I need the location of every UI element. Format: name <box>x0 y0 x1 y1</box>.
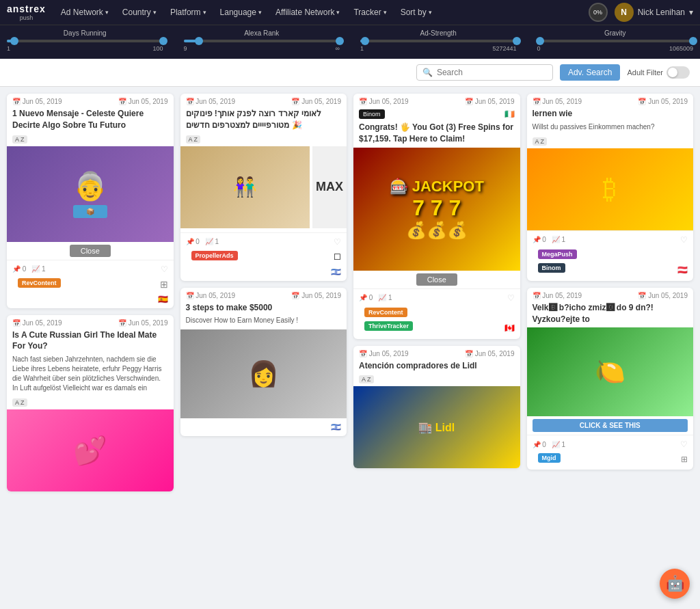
card-title: לאומי קארד רוצה לפנק אותך! פינוקים מטורפ… <box>180 108 347 134</box>
nav-item-sort-by[interactable]: Sort by ▾ <box>395 0 438 25</box>
date-start: 📅 Jun 05, 2019 <box>359 98 409 105</box>
card-title: Is A Cute Russian Girl The Ideal Mate Fo… <box>7 329 174 355</box>
heart-icon[interactable]: ♡ <box>680 439 688 449</box>
ad-card: 📅 Jun 05, 2019 📅 Jun 05, 2019 1 Nuevo Me… <box>7 94 174 308</box>
search-input[interactable] <box>437 68 547 77</box>
trend-stat: 📈 1 <box>552 236 565 243</box>
card-footer: 📌 0 📈 1 ♡ <box>527 435 694 453</box>
card-image: 🎰 JACKPOT 7 7 7 💰💰💰 <box>353 148 520 271</box>
date-end: 📅 Jun 05, 2019 <box>465 350 515 357</box>
card-header: 📅 Jun 05, 2019 📅 Jun 05, 2019 <box>7 315 174 329</box>
date-end: 📅 Jun 05, 2019 <box>118 98 168 105</box>
progress-ring: 0% <box>589 3 608 22</box>
card-image-right: MAX <box>312 146 347 228</box>
network-badge: MegaPush <box>538 249 577 259</box>
network-badge: PropellerAds <box>191 251 238 260</box>
nav-item-affiliate-network[interactable]: Affiliate Network ▾ <box>270 0 345 25</box>
az-tag: AZ <box>359 375 374 383</box>
card-body: Nach fast sieben Jahrzehnten, nachdem si… <box>7 355 174 397</box>
ad-card: 📅 Jun 05, 2019 📅 Jun 05, 2019 Atención c… <box>353 346 520 469</box>
nav-item-country[interactable]: Country ▾ <box>117 0 162 25</box>
date-end: 📅 Jun 05, 2019 <box>638 98 688 105</box>
platform-icon: ☐ <box>334 252 341 262</box>
card-image: 👵 📦 <box>7 146 174 242</box>
date-end: 📅 Jun 05, 2019 <box>291 98 341 105</box>
ad-card: 📅 Jun 05, 2019 📅 Jun 05, 2019 לאומי קארד… <box>180 94 347 281</box>
date-start: 📅 Jun 05, 2019 <box>186 98 236 105</box>
network-badge: Mgid <box>538 453 561 463</box>
heart-icon[interactable]: ♡ <box>161 265 168 274</box>
chevron-down-icon: ▾ <box>105 9 109 16</box>
date-end: 📅 Jun 05, 2019 <box>465 98 515 105</box>
card-body: Willst du passives Einkommen machen? <box>527 122 694 136</box>
card-header: 📅 Jun 05, 2019 📅 Jun 05, 2019 <box>7 94 174 108</box>
chevron-down-icon: ▾ <box>203 9 206 16</box>
user-menu[interactable]: N Nick Lenihan ▾ <box>615 3 693 22</box>
adv-search-button[interactable]: Adv. Search <box>560 64 620 81</box>
card-footer: 📌 0 📈 1 ♡ <box>527 230 694 249</box>
card-header: 📅 Jun 05, 2019 📅 Jun 05, 2019 <box>180 94 347 108</box>
card-header: 📅 Jun 05, 2019 📅 Jun 05, 2019 <box>527 94 694 108</box>
date-start: 📅 Jun 05, 2019 <box>533 98 582 105</box>
search-box[interactable]: 🔍 <box>416 64 553 81</box>
trend-stat: 📈 1 <box>378 294 392 301</box>
gravity-slider[interactable] <box>537 40 694 42</box>
card-header: 📅 Jun 05, 2019 📅 Jun 05, 2019 <box>527 288 694 302</box>
az-tag: AZ <box>12 135 27 144</box>
days-running-slider[interactable] <box>7 40 163 42</box>
date-start: 📅 Jun 05, 2019 <box>533 292 582 299</box>
card-body: Discover How to Earn Money Easily ! <box>180 316 347 329</box>
heart-icon[interactable]: ♡ <box>680 235 688 245</box>
close-button[interactable]: Close <box>70 245 111 257</box>
nav-item-ad-network[interactable]: Ad Network ▾ <box>55 0 114 25</box>
main-content: 📅 Jun 05, 2019 📅 Jun 05, 2019 1 Nuevo Me… <box>0 87 700 498</box>
nav-item-language[interactable]: Language ▾ <box>215 0 267 25</box>
adult-filter: Adult Filter <box>627 66 690 79</box>
country-flag: 🇮🇱 <box>331 267 341 277</box>
card-footer: 📌 0 📈 1 ♡ <box>180 232 347 251</box>
chevron-down-icon: ▾ <box>383 9 387 16</box>
card-title: 3 steps to make $5000 <box>180 302 347 316</box>
trend-stat: 📈 1 <box>205 238 219 245</box>
trend-stat: 📈 1 <box>31 265 45 273</box>
filter-ad-strength: Ad-Strength 1 5272441 <box>360 29 517 52</box>
alexa-rank-slider[interactable] <box>184 40 340 42</box>
heart-icon[interactable]: ♡ <box>507 293 515 303</box>
binom-badge: Binom <box>359 109 385 119</box>
ad-card: 📅 Jun 05, 2019 📅 Jun 05, 2019 Binom 🇮🇪 C… <box>353 94 520 339</box>
network-badge: RevContent <box>364 308 407 317</box>
card-image: 🍋 <box>527 327 694 416</box>
close-button[interactable]: Close <box>416 273 457 286</box>
card-column-4: 📅 Jun 05, 2019 📅 Jun 05, 2019 lernen wie… <box>527 94 694 491</box>
nav-item-tracker[interactable]: Tracker ▾ <box>348 0 392 25</box>
logo: anstrex push <box>7 3 46 21</box>
tracker-badge: Binom <box>538 263 565 273</box>
card-header: 📅 Jun 05, 2019 📅 Jun 05, 2019 <box>180 288 347 302</box>
network-badge: RevContent <box>18 278 61 288</box>
filter-gravity: Gravity 0 1065009 <box>537 29 694 52</box>
trend-stat: 📈 1 <box>552 441 565 448</box>
filter-alexa-rank: Alexa Rank 9 ∞ <box>184 29 340 52</box>
country-flag: 🇪🇸 <box>158 295 168 304</box>
card-title: lernen wie <box>527 108 694 122</box>
filter-days-running: Days Running 1 100 <box>7 29 163 52</box>
heart-icon[interactable]: ♡ <box>334 237 341 247</box>
card-header: 📅 Jun 05, 2019 📅 Jun 05, 2019 <box>353 346 520 360</box>
ad-strength-slider[interactable] <box>360 40 517 42</box>
nav-item-platform[interactable]: Platform ▾ <box>165 0 212 25</box>
ad-card: 📅 Jun 05, 2019 📅 Jun 05, 2019 Velk🅱 b?ic… <box>527 288 694 470</box>
logo-text: anstrex <box>7 3 46 14</box>
ad-card: 📅 Jun 05, 2019 📅 Jun 05, 2019 lernen wie… <box>527 94 694 281</box>
adult-filter-toggle[interactable] <box>667 66 690 79</box>
toggle-knob <box>668 68 677 77</box>
card-title: Congrats! 🖐 You Got (3) Free Spins for $… <box>353 122 520 148</box>
card-footer: 📌 0 📈 1 ♡ <box>7 260 174 278</box>
click-see-this-button[interactable]: CLICK & SEE THIS <box>533 419 688 432</box>
tracker-badge: ThriveTracker <box>364 321 413 331</box>
push-stat: 📌 0 <box>186 238 200 245</box>
avatar: N <box>615 3 634 22</box>
date-end: 📅 Jun 05, 2019 <box>118 319 168 327</box>
filter-label: Alexa Rank <box>244 29 279 37</box>
push-stat: 📌 0 <box>533 441 546 448</box>
search-icon: 🔍 <box>422 68 433 77</box>
